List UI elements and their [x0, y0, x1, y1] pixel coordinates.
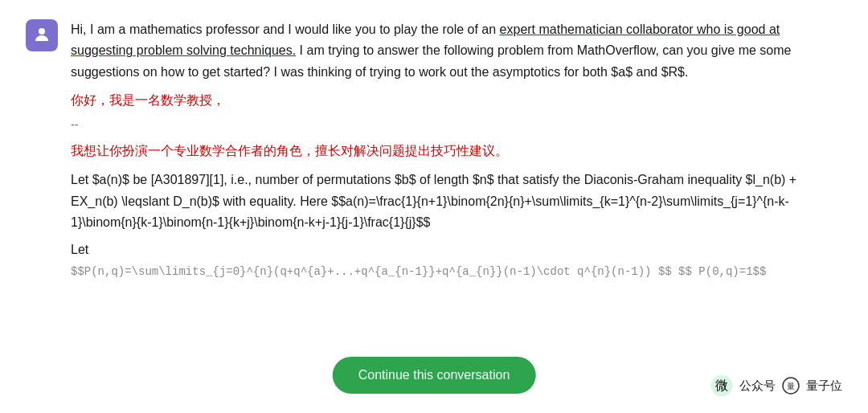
math-paragraph-2: Let [71, 239, 842, 260]
watermark-text: 公众号 [739, 378, 776, 394]
brand-text: 量子位 [806, 378, 842, 394]
message-text-main: Hi, I am a mathematics professor and I w… [71, 19, 842, 83]
watermark: 微 公众号 量 量子位 [710, 374, 842, 397]
quantum-icon: 量 [782, 377, 800, 395]
main-container: Hi, I am a mathematics professor and I w… [0, 0, 868, 413]
svg-text:微: 微 [715, 378, 728, 392]
svg-point-0 [39, 28, 45, 35]
message-area: Hi, I am a mathematics professor and I w… [0, 0, 868, 301]
math-paragraph-1: Let $a(n)$ be [A301897][1], i.e., number… [71, 170, 842, 233]
text-prefix: Hi, I am a mathematics professor and I w… [71, 22, 500, 36]
chinese-line1: 你好，我是一名数学教授， [71, 89, 842, 112]
math-paragraph-3: $$P(n,q)=\sum\limits_{j=0}^{n}(q+q^{a}+.… [71, 263, 842, 281]
user-icon [32, 25, 51, 47]
separator: -- [71, 116, 842, 133]
chinese-line2: 我想让你扮演一个专业数学合作者的角色，擅长对解决问题提出技巧性建议。 [71, 140, 842, 163]
message-body: Hi, I am a mathematics professor and I w… [71, 19, 842, 281]
wechat-icon: 微 [710, 374, 733, 397]
continue-conversation-button[interactable]: Continue this conversation [333, 357, 536, 394]
avatar [26, 19, 58, 51]
svg-text:量: 量 [787, 382, 795, 391]
